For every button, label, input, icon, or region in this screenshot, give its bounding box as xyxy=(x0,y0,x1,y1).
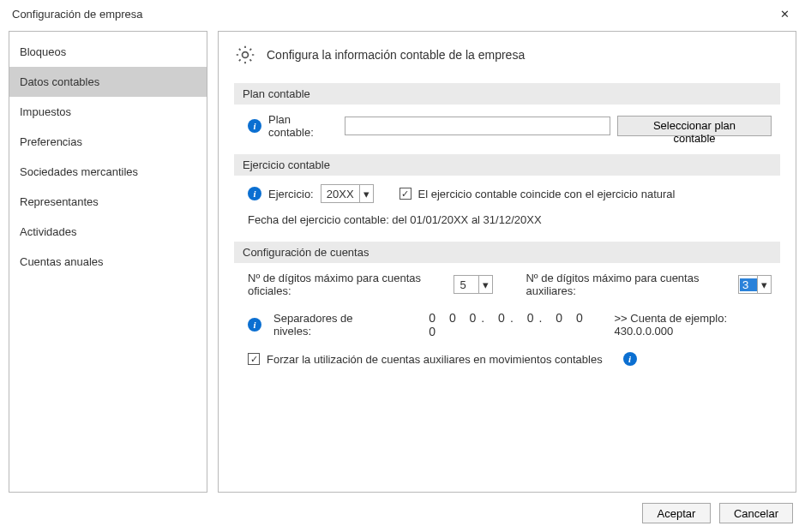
chevron-down-icon: ▾ xyxy=(478,276,492,293)
sidebar-item-sociedades-mercantiles[interactable]: Sociedades mercantiles xyxy=(9,157,207,187)
close-icon: ✕ xyxy=(780,8,790,21)
content-panel: Configura la información contable de la … xyxy=(218,31,796,493)
sidebar-item-bloqueos[interactable]: Bloqueos xyxy=(9,37,207,67)
info-icon[interactable]: i xyxy=(248,119,261,133)
sidebar-item-cuentas-anuales[interactable]: Cuentas anuales xyxy=(9,247,207,277)
svg-point-0 xyxy=(243,52,249,58)
separadores-label: Separadores de niveles: xyxy=(273,312,381,338)
section-cuentas-header: Configuración de cuentas xyxy=(234,242,780,263)
section-cuentas-body: Nº de dígitos máximo para cuentas oficia… xyxy=(234,263,780,378)
digitos-oficiales-label: Nº de dígitos máximo para cuentas oficia… xyxy=(248,272,445,297)
plan-contable-label: Plan contable: xyxy=(268,113,338,139)
ejercicio-value: 20XX xyxy=(321,188,359,200)
seleccionar-plan-button[interactable]: Seleccionar plan contable xyxy=(617,116,772,136)
chevron-down-icon: ▾ xyxy=(359,185,373,202)
forzar-auxiliares-label: Forzar la utilización de cuentas auxilia… xyxy=(267,353,603,366)
page-title: Configura la información contable de la … xyxy=(267,48,525,62)
chevron-down-icon: ▾ xyxy=(757,276,771,293)
forzar-auxiliares-checkbox[interactable]: ✓ xyxy=(248,353,260,365)
info-icon[interactable]: i xyxy=(248,187,261,200)
section-ejercicio-header: Ejercicio contable xyxy=(234,154,780,176)
ejercicio-natural-label: El ejercicio contable coincide con el ej… xyxy=(418,188,676,200)
sidebar-item-datos-contables[interactable]: Datos contables xyxy=(9,67,207,97)
sidebar-item-impuestos[interactable]: Impuestos xyxy=(9,97,207,127)
cuenta-ejemplo-label: >> Cuenta de ejemplo: 430.0.0.000 xyxy=(615,312,772,338)
ejercicio-fecha-text: Fecha del ejercicio contable: del 01/01/… xyxy=(248,213,542,226)
digitos-auxiliares-value: 3 xyxy=(740,278,757,291)
sidebar-item-representantes[interactable]: Representantes xyxy=(9,187,207,217)
section-plan-body: i Plan contable: Seleccionar plan contab… xyxy=(234,105,780,151)
ejercicio-select[interactable]: 20XX ▾ xyxy=(321,184,374,203)
accept-button[interactable]: Aceptar xyxy=(642,503,711,523)
sidebar-item-actividades[interactable]: Actividades xyxy=(9,217,207,247)
titlebar: Configuración de empresa ✕ xyxy=(0,0,805,27)
digitos-oficiales-value: 5 xyxy=(454,278,478,291)
ejercicio-natural-checkbox[interactable]: ✓ xyxy=(399,188,412,200)
window-title: Configuración de empresa xyxy=(12,8,142,21)
info-icon[interactable]: i xyxy=(248,318,261,332)
close-button[interactable]: ✕ xyxy=(772,5,796,22)
ejercicio-label: Ejercicio: xyxy=(268,188,314,200)
section-ejercicio-body: i Ejercicio: 20XX ▾ ✓ El ejercicio conta… xyxy=(234,176,780,238)
digitos-auxiliares-label: Nº de dígitos máximo para cuentas auxili… xyxy=(526,272,730,297)
dialog-footer: Aceptar Cancelar xyxy=(0,494,805,532)
page-header: Configura la información contable de la … xyxy=(234,44,780,66)
sidebar: Bloqueos Datos contables Impuestos Prefe… xyxy=(9,31,207,493)
info-icon[interactable]: i xyxy=(623,352,637,366)
digitos-oficiales-select[interactable]: 5 ▾ xyxy=(454,275,493,294)
separadores-sample: 0 0 0. 0. 0. 0 0 0 xyxy=(429,311,590,338)
sidebar-item-preferencias[interactable]: Preferencias xyxy=(9,127,207,157)
dialog-body: Bloqueos Datos contables Impuestos Prefe… xyxy=(0,27,805,494)
dialog-window: Configuración de empresa ✕ Bloqueos Dato… xyxy=(0,0,805,532)
cancel-button[interactable]: Cancelar xyxy=(719,503,793,523)
digitos-auxiliares-select[interactable]: 3 ▾ xyxy=(738,275,772,294)
plan-contable-input[interactable] xyxy=(345,117,610,135)
section-plan-header: Plan contable xyxy=(234,83,780,105)
gear-icon xyxy=(234,44,256,66)
